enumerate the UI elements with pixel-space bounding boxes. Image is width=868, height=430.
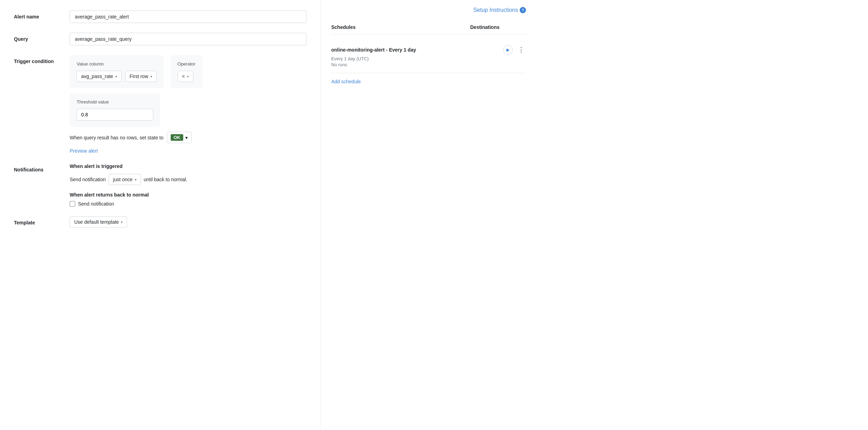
- schedule-detail-frequency: Every 1 day (UTC): [331, 56, 526, 61]
- value-column-dropdown[interactable]: avg_pass_rate ▾: [77, 71, 122, 82]
- schedule-actions: ▶ ⋮: [503, 45, 526, 55]
- destinations-col-header: Destinations: [470, 24, 526, 30]
- left-panel: Alert name Query Trigger condition Value…: [0, 0, 320, 430]
- back-to-normal-section: When alert returns back to normal Send n…: [70, 192, 307, 207]
- send-notification-before-text: Send notification: [70, 177, 106, 182]
- value-column-selected: avg_pass_rate: [81, 74, 113, 79]
- first-row-dropdown[interactable]: First row ▾: [125, 71, 157, 82]
- alert-name-content: [70, 10, 307, 23]
- operator-selected: <: [182, 74, 185, 79]
- operator-box: Operator < ▾: [171, 55, 202, 88]
- template-label: Template: [14, 216, 70, 225]
- ok-badge: OK: [171, 134, 183, 141]
- send-notification-after-text: until back to normal.: [144, 177, 187, 182]
- notifications-label: Notifications: [14, 163, 70, 172]
- setup-instructions-link[interactable]: Setup Instructions ?: [473, 7, 526, 13]
- just-once-chevron-icon: ▾: [135, 178, 137, 182]
- no-rows-text: When query result has no rows, set state…: [70, 135, 163, 140]
- notifications-content: When alert is triggered Send notificatio…: [70, 163, 307, 207]
- value-column-label: Value column: [77, 61, 157, 67]
- play-button[interactable]: ▶: [503, 45, 513, 55]
- value-column-selects: avg_pass_rate ▾ First row ▾: [77, 71, 157, 82]
- threshold-input[interactable]: [77, 109, 153, 121]
- notifications-row: Notifications When alert is triggered Se…: [14, 163, 307, 207]
- help-circle-icon: ?: [520, 7, 526, 13]
- just-once-selected: just once: [113, 177, 133, 182]
- template-content: Use default template ▾: [70, 216, 307, 228]
- just-once-dropdown[interactable]: just once ▾: [109, 174, 141, 185]
- template-chevron-icon: ▾: [121, 220, 123, 224]
- query-row: Query: [14, 33, 307, 45]
- more-options-button[interactable]: ⋮: [516, 45, 526, 55]
- first-row-selected: First row: [130, 74, 148, 79]
- operator-chevron-icon: ▾: [187, 75, 189, 78]
- back-to-normal-title: When alert returns back to normal: [70, 192, 307, 198]
- trigger-condition-label: Trigger condition: [14, 55, 70, 64]
- add-schedule-link[interactable]: Add schedule: [331, 79, 361, 84]
- operator-dropdown[interactable]: < ▾: [178, 71, 193, 82]
- template-row: Template Use default template ▾: [14, 216, 307, 228]
- page-container: Alert name Query Trigger condition Value…: [0, 0, 868, 430]
- threshold-label: Threshold value: [77, 99, 153, 105]
- template-dropdown[interactable]: Use default template ▾: [70, 216, 127, 228]
- back-to-normal-checkbox-label: Send notification: [78, 201, 114, 207]
- schedule-detail-runs: No runs: [331, 62, 526, 67]
- trigger-fields-row: Value column avg_pass_rate ▾ First row ▾: [70, 55, 307, 93]
- trigger-condition-content: Value column avg_pass_rate ▾ First row ▾: [70, 55, 307, 154]
- trigger-condition-row: Trigger condition Value column avg_pass_…: [14, 55, 307, 154]
- value-column-box: Value column avg_pass_rate ▾ First row ▾: [70, 55, 164, 88]
- no-rows-row: When query result has no rows, set state…: [70, 132, 307, 143]
- schedule-name-row: online-monitoring-alert - Every 1 day ▶ …: [331, 45, 526, 55]
- schedule-item: online-monitoring-alert - Every 1 day ▶ …: [331, 40, 526, 73]
- operator-label: Operator: [178, 61, 195, 67]
- alert-name-input[interactable]: [70, 10, 307, 23]
- template-selected: Use default template: [74, 219, 119, 225]
- schedules-col-header: Schedules: [331, 24, 470, 30]
- right-panel: Setup Instructions ? Schedules Destinati…: [320, 0, 536, 430]
- alert-name-label: Alert name: [14, 10, 70, 20]
- threshold-box: Threshold value: [70, 93, 160, 127]
- no-rows-state-dropdown[interactable]: OK ▾: [167, 132, 192, 143]
- query-label: Query: [14, 33, 70, 42]
- first-row-chevron-icon: ▾: [150, 75, 152, 78]
- query-content: [70, 33, 307, 45]
- schedule-name-text: online-monitoring-alert - Every 1 day: [331, 47, 416, 53]
- when-triggered-title: When alert is triggered: [70, 163, 307, 169]
- ok-dropdown-chevron-icon: ▾: [185, 135, 188, 140]
- setup-instructions-text: Setup Instructions: [473, 7, 518, 13]
- back-to-normal-checkbox-row: Send notification: [70, 201, 307, 207]
- preview-alert-link[interactable]: Preview alert: [70, 148, 98, 154]
- value-column-chevron-icon: ▾: [115, 75, 117, 78]
- back-to-normal-checkbox[interactable]: [70, 201, 75, 207]
- query-input[interactable]: [70, 33, 307, 45]
- alert-name-row: Alert name: [14, 10, 307, 23]
- right-panel-header: Schedules Destinations: [331, 24, 526, 34]
- send-notification-row: Send notification just once ▾ until back…: [70, 174, 307, 185]
